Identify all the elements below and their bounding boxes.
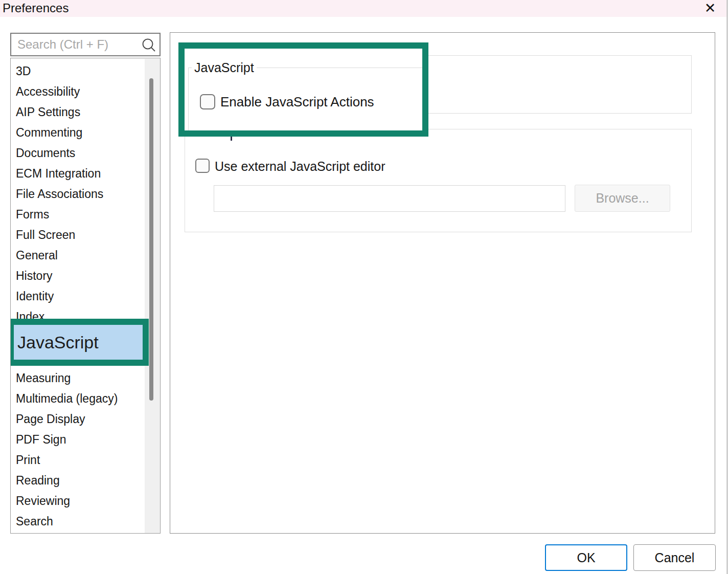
cancel-button[interactable]: Cancel	[633, 544, 716, 571]
preferences-dialog: Preferences ✕ 3D Accessibility AIP Setti…	[0, 0, 728, 574]
sidebar-item[interactable]: Documents	[11, 143, 160, 163]
sidebar-item[interactable]: Search	[11, 511, 160, 532]
sidebar-item[interactable]: File Associations	[11, 184, 160, 204]
sidebar-item[interactable]: History	[11, 266, 160, 286]
settings-panel: JavaScript Enable JavaScript Actions Use…	[170, 32, 715, 534]
sidebar-item[interactable]: Multimedia (legacy)	[11, 388, 160, 409]
editor-group-box	[185, 129, 692, 232]
titlebar: Preferences ✕	[0, 0, 728, 17]
use-external-editor-checkbox[interactable]	[195, 159, 210, 173]
sidebar-item[interactable]: Commenting	[11, 122, 160, 143]
clipped-text-fragment	[231, 136, 232, 141]
sidebar-item[interactable]: ECM Integration	[11, 163, 160, 184]
dialog-title: Preferences	[3, 0, 69, 16]
sidebar-item[interactable]: Identity	[11, 286, 160, 306]
sidebar-item[interactable]: PDF Sign	[11, 429, 160, 450]
sidebar-item[interactable]: Accessibility	[11, 81, 160, 102]
search-input[interactable]	[16, 35, 139, 54]
scrollbar-thumb[interactable]	[149, 78, 153, 401]
sidebar-item[interactable]: General	[11, 245, 160, 266]
search-box	[10, 33, 161, 56]
sidebar-item[interactable]: 3D	[11, 61, 160, 81]
ok-button[interactable]: OK	[545, 544, 627, 571]
sidebar-item[interactable]: JavaScript	[10, 319, 149, 366]
sidebar-item[interactable]: Page Display	[11, 409, 160, 429]
sidebar-item[interactable]: Print	[11, 450, 160, 470]
enable-javascript-checkbox[interactable]	[200, 94, 215, 109]
use-external-editor-label: Use external JavaScript editor	[215, 159, 385, 173]
category-list: 3D Accessibility AIP Settings Commenting…	[10, 58, 161, 534]
scrollbar-track[interactable]	[145, 59, 160, 534]
sidebar-item[interactable]: Reviewing	[11, 491, 160, 511]
sidebar-item[interactable]: Reading	[11, 470, 160, 491]
annotation-highlight-javascript-group: JavaScript Enable JavaScript Actions	[178, 42, 428, 137]
sidebar-item[interactable]: Measuring	[11, 368, 160, 388]
search-icon	[141, 37, 156, 53]
browse-button[interactable]: Browse...	[575, 185, 670, 212]
sidebar-item[interactable]: Full Screen	[11, 225, 160, 245]
sidebar-item[interactable]: AIP Settings	[11, 102, 160, 122]
close-icon[interactable]: ✕	[701, 0, 719, 17]
sidebar-item[interactable]: Forms	[11, 204, 160, 225]
editor-path-input[interactable]	[214, 185, 565, 212]
javascript-group-legend: JavaScript	[192, 60, 257, 75]
enable-javascript-label: Enable JavaScript Actions	[220, 94, 374, 110]
